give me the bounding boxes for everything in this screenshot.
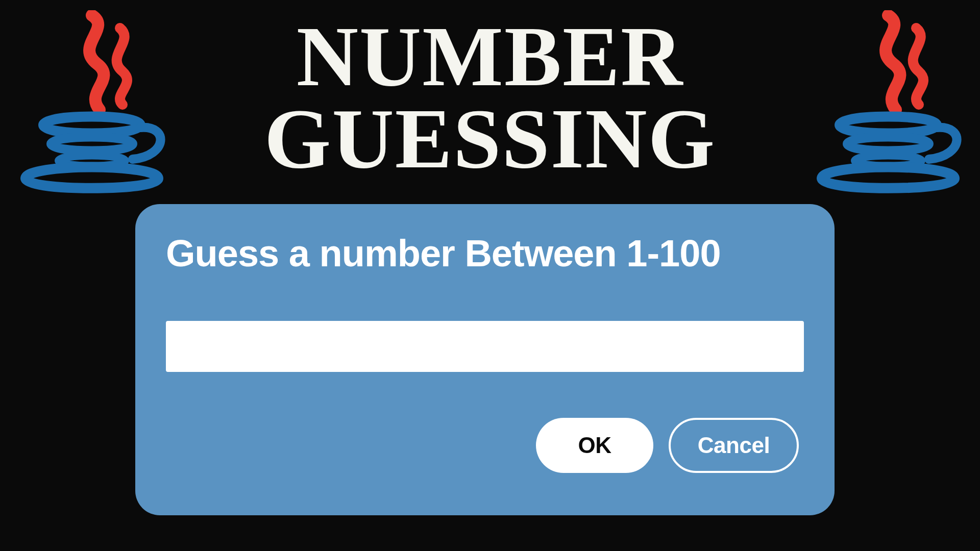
java-logo-icon [812, 10, 965, 194]
guess-input[interactable] [166, 321, 804, 372]
ok-button[interactable]: OK [536, 418, 653, 473]
dialog-button-row: OK Cancel [166, 418, 804, 473]
page-title: NUMBER GUESSING [264, 15, 716, 180]
guess-dialog: Guess a number Between 1-100 OK Cancel [135, 204, 835, 515]
java-logo-icon [15, 10, 168, 194]
dialog-prompt: Guess a number Between 1-100 [166, 232, 804, 275]
cancel-button[interactable]: Cancel [669, 418, 799, 473]
